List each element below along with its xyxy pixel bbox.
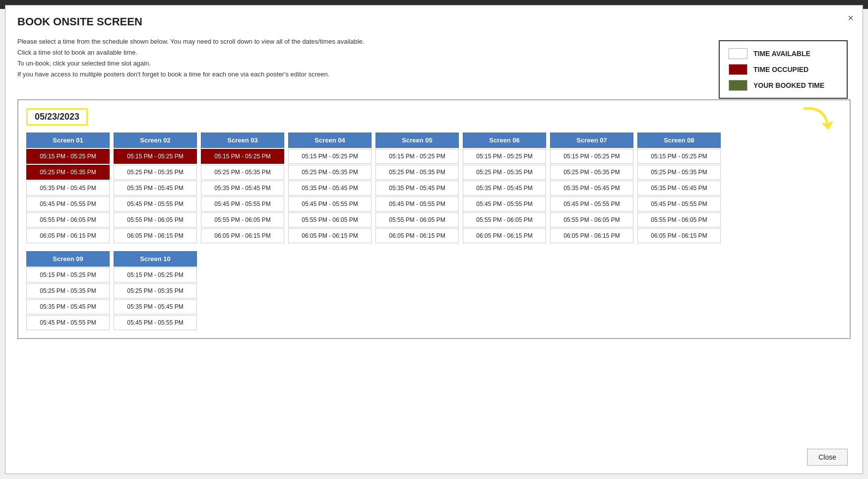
- timezone-label: Time Zone: Europe/Oslo: [17, 85, 836, 92]
- time-slot[interactable]: 06:05 PM - 06:15 PM: [288, 228, 372, 243]
- legend-swatch-occupied: [729, 64, 747, 75]
- time-slot[interactable]: 05:45 PM - 05:55 PM: [114, 197, 197, 211]
- time-slot[interactable]: 06:05 PM - 06:15 PM: [114, 228, 197, 243]
- legend-item-occupied: TIME OCCUPIED: [729, 64, 838, 75]
- schedule-container[interactable]: 05/23/2023 Screen 0105:15 PM - 05:25 PM0…: [17, 99, 851, 339]
- time-slot[interactable]: 05:35 PM - 05:45 PM: [463, 181, 546, 196]
- time-slot[interactable]: 06:05 PM - 06:15 PM: [463, 228, 546, 243]
- time-slot[interactable]: 05:55 PM - 06:05 PM: [201, 212, 284, 227]
- screens-row-2: Screen 0905:15 PM - 05:25 PM05:25 PM - 0…: [26, 251, 842, 330]
- screen-col-screen-09: Screen 0905:15 PM - 05:25 PM05:25 PM - 0…: [26, 251, 110, 330]
- time-slot[interactable]: 05:25 PM - 05:35 PM: [114, 283, 197, 298]
- time-slot[interactable]: 05:25 PM - 05:35 PM: [375, 165, 459, 180]
- time-slot[interactable]: 05:15 PM - 05:25 PM: [26, 149, 110, 164]
- time-slot[interactable]: 05:25 PM - 05:35 PM: [637, 165, 721, 180]
- time-slot[interactable]: 05:45 PM - 05:55 PM: [637, 197, 721, 211]
- time-slot[interactable]: 05:25 PM - 05:35 PM: [550, 165, 633, 180]
- time-slot[interactable]: 05:55 PM - 06:05 PM: [26, 212, 110, 227]
- time-slot[interactable]: 05:15 PM - 05:25 PM: [288, 149, 372, 164]
- time-slot[interactable]: 05:15 PM - 05:25 PM: [26, 268, 110, 282]
- time-slot[interactable]: 05:55 PM - 06:05 PM: [550, 212, 633, 227]
- time-slot[interactable]: 05:25 PM - 05:35 PM: [201, 165, 284, 180]
- close-button[interactable]: Close: [807, 449, 848, 466]
- screen-col-screen-04: Screen 0405:15 PM - 05:25 PM05:25 PM - 0…: [288, 133, 372, 243]
- time-slot[interactable]: 05:25 PM - 05:35 PM: [288, 165, 372, 180]
- screen-col-screen-06: Screen 0605:15 PM - 05:25 PM05:25 PM - 0…: [463, 133, 546, 243]
- time-slot[interactable]: 05:55 PM - 06:05 PM: [463, 212, 546, 227]
- legend-label-available: TIME AVAILABLE: [753, 50, 810, 58]
- legend-swatch-booked: [729, 80, 747, 91]
- time-slot[interactable]: 05:45 PM - 05:55 PM: [114, 315, 197, 330]
- time-slot[interactable]: 05:25 PM - 05:35 PM: [26, 165, 110, 180]
- bottom-bar: Close: [807, 449, 848, 466]
- time-slot[interactable]: 05:35 PM - 05:45 PM: [288, 181, 372, 196]
- screen-header: Screen 03: [201, 133, 284, 148]
- time-slot[interactable]: 05:35 PM - 05:45 PM: [201, 181, 284, 196]
- screen-header: Screen 06: [463, 133, 546, 148]
- screen-col-screen-07: Screen 0705:15 PM - 05:25 PM05:25 PM - 0…: [550, 133, 633, 243]
- legend-item-available: TIME AVAILABLE: [729, 48, 838, 59]
- legend-item-booked: YOUR BOOKED TIME: [729, 80, 838, 91]
- time-slot[interactable]: 05:35 PM - 05:45 PM: [550, 181, 633, 196]
- modal: × BOOK ONSITE SCREEN Please select a tim…: [5, 5, 863, 474]
- screen-col-screen-08: Screen 0805:15 PM - 05:25 PM05:25 PM - 0…: [637, 133, 721, 243]
- time-slot[interactable]: 05:25 PM - 05:35 PM: [114, 165, 197, 180]
- time-slot[interactable]: 05:15 PM - 05:25 PM: [375, 149, 459, 164]
- time-slot[interactable]: 05:45 PM - 05:55 PM: [201, 197, 284, 211]
- time-slot[interactable]: 05:15 PM - 05:25 PM: [637, 149, 721, 164]
- time-slot[interactable]: 05:15 PM - 05:25 PM: [114, 149, 197, 164]
- time-slot[interactable]: 05:45 PM - 05:55 PM: [375, 197, 459, 211]
- time-slot[interactable]: 05:15 PM - 05:25 PM: [201, 149, 284, 164]
- time-slot[interactable]: 06:05 PM - 06:15 PM: [201, 228, 284, 243]
- close-icon[interactable]: ×: [848, 12, 854, 24]
- screens-row-1: Screen 0105:15 PM - 05:25 PM05:25 PM - 0…: [26, 133, 842, 243]
- screen-header: Screen 07: [550, 133, 633, 148]
- time-slot[interactable]: 05:35 PM - 05:45 PM: [375, 181, 459, 196]
- screen-header: Screen 02: [114, 133, 197, 148]
- time-slot[interactable]: 05:55 PM - 06:05 PM: [637, 212, 721, 227]
- screen-col-screen-10: Screen 1005:15 PM - 05:25 PM05:25 PM - 0…: [114, 251, 197, 330]
- time-slot[interactable]: 05:35 PM - 05:45 PM: [637, 181, 721, 196]
- page-title: BOOK ONSITE SCREEN: [17, 15, 851, 28]
- screen-header: Screen 04: [288, 133, 372, 148]
- screen-header: Screen 10: [114, 251, 197, 267]
- legend-label-occupied: TIME OCCUPIED: [753, 66, 808, 73]
- time-slot[interactable]: 05:55 PM - 06:05 PM: [288, 212, 372, 227]
- arrow-indicator: [800, 104, 835, 139]
- time-slot[interactable]: 06:05 PM - 06:15 PM: [637, 228, 721, 243]
- time-slot[interactable]: 05:45 PM - 05:55 PM: [26, 315, 110, 330]
- screen-col-screen-03: Screen 0305:15 PM - 05:25 PM05:25 PM - 0…: [201, 133, 284, 243]
- time-slot[interactable]: 05:35 PM - 05:45 PM: [26, 181, 110, 196]
- legend-label-booked: YOUR BOOKED TIME: [753, 81, 824, 89]
- time-slot[interactable]: 05:45 PM - 05:55 PM: [288, 197, 372, 211]
- time-slot[interactable]: 05:15 PM - 05:25 PM: [550, 149, 633, 164]
- screen-col-screen-01: Screen 0105:15 PM - 05:25 PM05:25 PM - 0…: [26, 133, 110, 243]
- screen-col-screen-05: Screen 0505:15 PM - 05:25 PM05:25 PM - 0…: [375, 133, 459, 243]
- time-slot[interactable]: 06:05 PM - 06:15 PM: [550, 228, 633, 243]
- time-slot[interactable]: 05:35 PM - 05:45 PM: [114, 181, 197, 196]
- screen-header: Screen 01: [26, 133, 110, 148]
- time-slot[interactable]: 05:35 PM - 05:45 PM: [26, 299, 110, 314]
- time-slot[interactable]: 05:55 PM - 06:05 PM: [375, 212, 459, 227]
- time-slot[interactable]: 05:45 PM - 05:55 PM: [463, 197, 546, 211]
- screen-header: Screen 09: [26, 251, 110, 267]
- time-slot[interactable]: 05:15 PM - 05:25 PM: [114, 268, 197, 282]
- screen-header: Screen 05: [375, 133, 459, 148]
- time-slot[interactable]: 05:25 PM - 05:35 PM: [26, 283, 110, 298]
- time-slot[interactable]: 05:45 PM - 05:55 PM: [550, 197, 633, 211]
- time-slot[interactable]: 05:55 PM - 06:05 PM: [114, 212, 197, 227]
- legend-box: TIME AVAILABLE TIME OCCUPIED YOUR BOOKED…: [719, 40, 848, 99]
- time-slot[interactable]: 06:05 PM - 06:15 PM: [26, 228, 110, 243]
- time-slot[interactable]: 05:15 PM - 05:25 PM: [463, 149, 546, 164]
- legend-swatch-available: [729, 48, 747, 59]
- time-slot[interactable]: 06:05 PM - 06:15 PM: [375, 228, 459, 243]
- date-badge: 05/23/2023: [26, 108, 88, 126]
- time-slot[interactable]: 05:45 PM - 05:55 PM: [26, 197, 110, 211]
- time-slot[interactable]: 05:25 PM - 05:35 PM: [463, 165, 546, 180]
- screen-col-screen-02: Screen 0205:15 PM - 05:25 PM05:25 PM - 0…: [114, 133, 197, 243]
- screen-header: Screen 08: [637, 133, 721, 148]
- time-slot[interactable]: 05:35 PM - 05:45 PM: [114, 299, 197, 314]
